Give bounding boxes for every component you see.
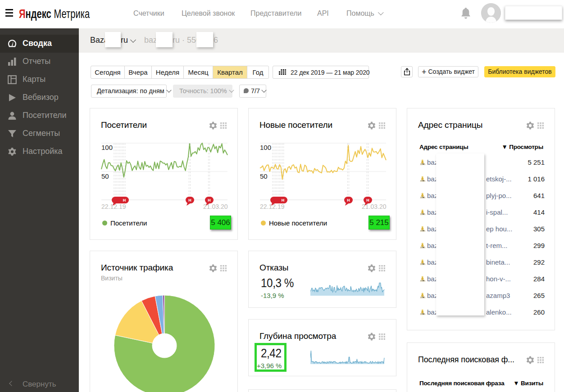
svg-text:Н: Н bbox=[123, 198, 126, 203]
svg-text:Н: Н bbox=[366, 198, 369, 203]
svg-text:50: 50 bbox=[260, 172, 268, 180]
svg-text:Н: Н bbox=[188, 198, 191, 203]
svg-text:50: 50 bbox=[101, 172, 109, 180]
svg-text:Н: Н bbox=[208, 198, 211, 203]
svg-text:Н: Н bbox=[282, 198, 285, 203]
svg-text:Н: Н bbox=[347, 198, 350, 203]
svg-text:100: 100 bbox=[101, 144, 113, 151]
svg-text:100: 100 bbox=[260, 144, 271, 151]
